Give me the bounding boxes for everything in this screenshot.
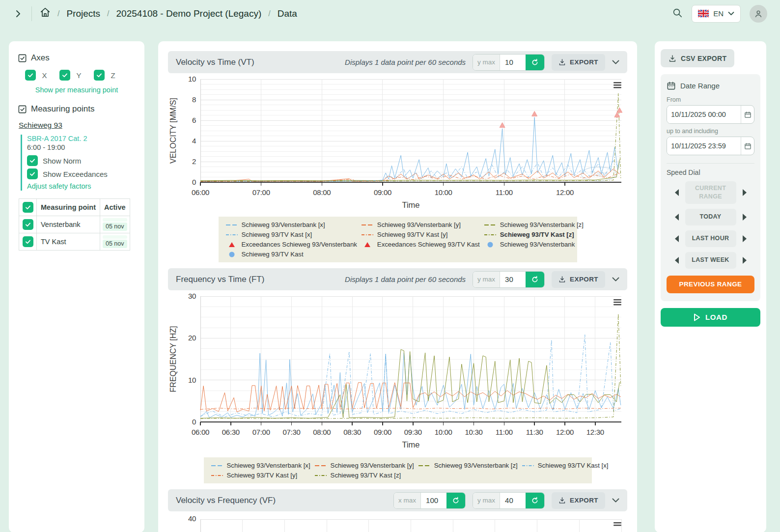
axis-checkbox-x[interactable]	[25, 70, 36, 81]
top-bar: /Projects/20254108 - Demo Project (Legac…	[0, 0, 780, 27]
legend-item[interactable]: Schieweg 93/Vensterbank	[484, 241, 584, 248]
legend-item[interactable]: Schieweg 93/Vensterbank [y]	[361, 221, 480, 228]
legend-item[interactable]: Schieweg 93/Vensterbank [y]	[314, 462, 414, 469]
vt-ymax-refresh-button[interactable]	[526, 55, 544, 70]
charts-area: Velocity vs Time (VT) Displays 1 data po…	[158, 41, 637, 532]
vf-ymax-input[interactable]	[500, 493, 526, 508]
breadcrumb-item-3[interactable]: Data	[278, 8, 297, 19]
x-tick-label: 09:00	[374, 428, 391, 436]
to-label: up to and including	[667, 128, 754, 135]
series-line[interactable]	[200, 169, 619, 181]
chart-context-menu-button[interactable]	[613, 299, 621, 306]
show-per-measuring-point-link[interactable]: Show per measuring point	[35, 86, 118, 94]
speed-dial-prev-arrow[interactable]	[675, 189, 679, 196]
breadcrumb-item-2[interactable]: 20254108 - Demo Project (Legacy)	[116, 8, 262, 19]
legend-item[interactable]: Schieweg 93/Vensterbank [z]	[484, 221, 584, 228]
speed-dial-next-arrow[interactable]	[743, 189, 747, 196]
series-line[interactable]	[200, 161, 619, 181]
vf-xmax-refresh-button[interactable]	[446, 493, 465, 508]
vt-title: Velocity vs Time (VT)	[176, 57, 254, 67]
vt-collapse-button[interactable]	[612, 60, 619, 65]
exceedance-marker[interactable]	[532, 111, 537, 116]
x-tick-label: 07:00	[252, 188, 270, 196]
vf-xmax-input[interactable]	[421, 493, 446, 508]
speed-dial-prev-arrow[interactable]	[675, 257, 679, 264]
chart-context-menu-button[interactable]	[613, 82, 621, 88]
load-button[interactable]: LOAD	[661, 308, 760, 327]
speed-dial-next-arrow[interactable]	[743, 214, 747, 221]
user-avatar[interactable]	[750, 5, 767, 23]
y-tick-label: 10	[188, 376, 196, 384]
legend-item[interactable]: Schieweg 93/TV Kast [x]	[522, 462, 609, 469]
legend-item[interactable]: Schieweg 93/TV Kast [y]	[361, 231, 480, 238]
ft-ymax-refresh-button[interactable]	[526, 272, 544, 287]
speed-dial-button-today[interactable]: TODAY	[685, 209, 736, 225]
language-selector[interactable]: EN	[692, 5, 741, 23]
show-exceedances-checkbox[interactable]	[27, 168, 38, 179]
from-label: From	[667, 96, 754, 103]
axis-checkbox-z[interactable]	[94, 70, 105, 81]
vt-ymax-input[interactable]	[500, 55, 526, 70]
series-line[interactable]	[200, 117, 619, 181]
select-all-checkbox[interactable]	[23, 202, 33, 213]
adjust-safety-factors-link[interactable]: Adjust safety factors	[27, 182, 91, 190]
legend-item[interactable]: Schieweg 93/TV Kast [z]	[484, 231, 584, 238]
ft-export-button[interactable]: EXPORT	[552, 271, 605, 288]
legend-item[interactable]: Exceedances Schieweg 93/Vensterbank	[225, 241, 357, 248]
series-line[interactable]	[200, 93, 621, 181]
sidebar-expand-button[interactable]	[12, 7, 25, 20]
legend-item[interactable]: Exceedances Schieweg 93/TV Kast	[361, 241, 480, 248]
x-tick-label: 07:00	[252, 428, 270, 436]
speed-dial-button-last-hour[interactable]: LAST HOUR	[685, 230, 736, 247]
to-calendar-button[interactable]	[741, 137, 754, 155]
speed-dial-button-current-range[interactable]: CURRENT RANGE	[685, 181, 736, 204]
legend-marker-circle	[484, 241, 497, 248]
ft-collapse-button[interactable]	[612, 277, 619, 282]
vf-export-button[interactable]: EXPORT	[552, 492, 605, 509]
uk-flag-icon	[698, 10, 709, 17]
legend-item[interactable]: Schieweg 93/TV Kast [z]	[314, 472, 414, 479]
speed-dial-button-last-week[interactable]: LAST WEEK	[685, 252, 736, 269]
row-checkbox[interactable]	[23, 236, 33, 247]
search-icon[interactable]	[672, 7, 683, 20]
legend-item[interactable]: Schieweg 93/TV Kast [x]	[225, 231, 357, 238]
table-header-2: Active	[100, 199, 130, 216]
csv-export-button[interactable]: CSV EXPORT	[661, 49, 734, 67]
x-tick-label: 09:30	[404, 428, 422, 436]
row-checkbox[interactable]	[23, 219, 33, 230]
legend-item[interactable]: Schieweg 93/TV Kast	[225, 251, 357, 258]
show-norm-checkbox[interactable]	[27, 155, 38, 166]
legend-item[interactable]: Schieweg 93/Vensterbank [z]	[418, 462, 518, 469]
series-line[interactable]	[200, 408, 621, 410]
norm-time-window: 6:00 - 19:00	[27, 143, 136, 151]
from-calendar-button[interactable]	[741, 106, 754, 123]
home-icon[interactable]	[40, 7, 51, 20]
speed-dial-prev-arrow[interactable]	[675, 235, 679, 242]
speed-dial-prev-arrow[interactable]	[675, 214, 679, 221]
legend-item[interactable]: Schieweg 93/Vensterbank [x]	[211, 462, 310, 469]
vt-export-button[interactable]: EXPORT	[552, 54, 605, 71]
series-line[interactable]	[200, 314, 621, 419]
previous-range-button[interactable]: PREVIOUS RANGE	[667, 276, 754, 293]
active-cell[interactable]: 05 nov	[100, 216, 130, 233]
axis-checkbox-y[interactable]	[59, 70, 70, 81]
vf-collapse-button[interactable]	[612, 498, 619, 503]
chart-context-menu-button[interactable]	[613, 522, 621, 526]
from-datetime-input[interactable]	[667, 106, 741, 123]
speed-dial-next-arrow[interactable]	[743, 257, 747, 264]
speed-dial-next-arrow[interactable]	[743, 235, 747, 242]
legend-item[interactable]: Schieweg 93/Vensterbank [x]	[225, 221, 357, 228]
measuring-group-name[interactable]: Schieweg 93	[19, 121, 136, 130]
ft-ymax-input[interactable]	[500, 272, 526, 287]
ft-title: Frequency vs Time (FT)	[176, 275, 264, 284]
active-cell[interactable]: 05 nov	[100, 233, 130, 251]
breadcrumb-item-1[interactable]: Projects	[66, 8, 100, 19]
y-axis-title: VELOCITY [MM/S]	[169, 98, 177, 164]
legend-item[interactable]: Schieweg 93/TV Kast [y]	[211, 472, 310, 479]
to-datetime-input[interactable]	[667, 137, 741, 155]
vf-ymax-refresh-button[interactable]	[526, 493, 544, 508]
y-axis-title: FREQUENCY [HZ]	[169, 326, 177, 392]
legend-label: Schieweg 93/TV Kast [z]	[500, 231, 574, 238]
legend-marker-line	[484, 223, 497, 227]
y-tick-label: 30	[188, 292, 196, 300]
